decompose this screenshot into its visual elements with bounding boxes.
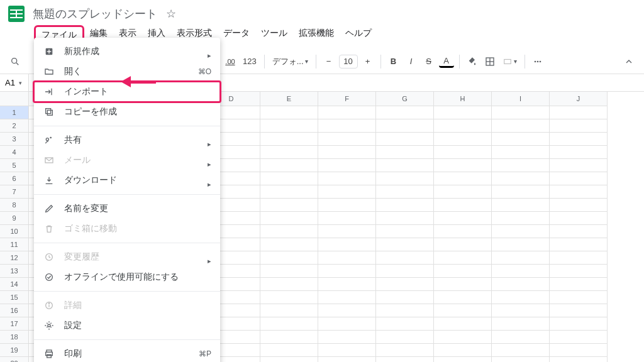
row-header[interactable]: 18 xyxy=(0,331,29,344)
row-header[interactable]: 20 xyxy=(0,357,29,362)
cell[interactable] xyxy=(376,172,434,185)
cell[interactable] xyxy=(318,159,376,172)
cell[interactable] xyxy=(318,119,376,133)
cell[interactable] xyxy=(492,119,550,133)
row-header[interactable]: 13 xyxy=(0,265,29,278)
cell[interactable] xyxy=(260,304,318,317)
cell[interactable] xyxy=(318,304,376,317)
cell[interactable] xyxy=(260,278,318,291)
cell[interactable] xyxy=(550,238,608,251)
cell[interactable] xyxy=(550,344,608,357)
cell[interactable] xyxy=(260,119,318,133)
cell[interactable] xyxy=(434,238,492,251)
cell[interactable] xyxy=(434,265,492,278)
cell[interactable] xyxy=(492,172,550,185)
cell[interactable] xyxy=(492,238,550,251)
row-header[interactable]: 8 xyxy=(0,199,29,212)
cell[interactable] xyxy=(376,238,434,251)
cell[interactable] xyxy=(492,146,550,159)
cell[interactable] xyxy=(492,265,550,278)
cell[interactable] xyxy=(434,119,492,133)
cell[interactable] xyxy=(318,344,376,357)
cell[interactable] xyxy=(492,106,550,119)
cell[interactable] xyxy=(550,212,608,225)
row-header[interactable]: 19 xyxy=(0,344,29,357)
cell[interactable] xyxy=(492,199,550,212)
cell[interactable] xyxy=(260,172,318,185)
column-header[interactable]: G xyxy=(376,92,434,106)
cell[interactable] xyxy=(434,278,492,291)
menu-item-share[interactable]: 共有 xyxy=(34,130,220,150)
collapse-button[interactable] xyxy=(621,53,636,70)
text-color-button[interactable]: A xyxy=(439,55,454,68)
cell[interactable] xyxy=(550,185,608,199)
cell[interactable] xyxy=(434,106,492,119)
cell[interactable] xyxy=(376,225,434,238)
cell[interactable] xyxy=(434,251,492,265)
cell[interactable] xyxy=(550,278,608,291)
cell[interactable] xyxy=(318,185,376,199)
cell[interactable] xyxy=(550,159,608,172)
cell[interactable] xyxy=(492,212,550,225)
font-size-plus[interactable]: + xyxy=(360,53,375,70)
cell[interactable] xyxy=(318,331,376,344)
search-icon[interactable] xyxy=(8,53,23,70)
cell[interactable] xyxy=(492,185,550,199)
cell[interactable] xyxy=(550,265,608,278)
cell[interactable] xyxy=(550,172,608,185)
cell[interactable] xyxy=(376,344,434,357)
cell[interactable] xyxy=(260,133,318,146)
cell[interactable] xyxy=(318,225,376,238)
font-size-input[interactable]: 10 xyxy=(339,55,358,69)
row-header[interactable]: 14 xyxy=(0,278,29,291)
fill-color-button[interactable] xyxy=(465,53,480,70)
cell[interactable] xyxy=(260,185,318,199)
cell[interactable] xyxy=(434,291,492,304)
cell[interactable] xyxy=(376,146,434,159)
more-button[interactable] xyxy=(530,53,545,70)
column-header[interactable]: E xyxy=(260,92,318,106)
cell[interactable] xyxy=(318,317,376,331)
cell[interactable] xyxy=(318,251,376,265)
row-header[interactable]: 6 xyxy=(0,172,29,185)
cell[interactable] xyxy=(318,146,376,159)
cell[interactable] xyxy=(260,212,318,225)
menu-data[interactable]: データ xyxy=(218,25,255,45)
cell[interactable] xyxy=(434,212,492,225)
cell[interactable] xyxy=(434,225,492,238)
cell[interactable] xyxy=(492,278,550,291)
cell[interactable] xyxy=(550,357,608,362)
cell[interactable] xyxy=(434,331,492,344)
row-header[interactable]: 5 xyxy=(0,159,29,172)
cell[interactable] xyxy=(550,146,608,159)
cell[interactable] xyxy=(318,212,376,225)
cell[interactable] xyxy=(376,278,434,291)
cell[interactable] xyxy=(434,304,492,317)
cell[interactable] xyxy=(376,106,434,119)
cell[interactable] xyxy=(376,199,434,212)
cell[interactable] xyxy=(492,344,550,357)
cell[interactable] xyxy=(318,172,376,185)
document-title[interactable]: 無題のスプレッドシート xyxy=(33,6,157,21)
cell[interactable] xyxy=(260,251,318,265)
cell[interactable] xyxy=(260,146,318,159)
cell[interactable] xyxy=(260,344,318,357)
column-header[interactable]: H xyxy=(434,92,492,106)
menu-help[interactable]: ヘルプ xyxy=(340,25,377,45)
sheets-logo[interactable] xyxy=(6,4,26,24)
column-header[interactable]: F xyxy=(318,92,376,106)
cell[interactable] xyxy=(434,357,492,362)
cell[interactable] xyxy=(318,238,376,251)
row-header[interactable]: 7 xyxy=(0,185,29,199)
menu-item-offline[interactable]: オフラインで使用可能にする xyxy=(34,267,220,287)
cell[interactable] xyxy=(376,212,434,225)
cell[interactable] xyxy=(376,291,434,304)
cell[interactable] xyxy=(434,317,492,331)
cell[interactable] xyxy=(434,185,492,199)
cell[interactable] xyxy=(260,265,318,278)
cell[interactable] xyxy=(260,317,318,331)
cell[interactable] xyxy=(260,238,318,251)
cell[interactable] xyxy=(434,172,492,185)
cell[interactable] xyxy=(550,199,608,212)
row-header[interactable]: 16 xyxy=(0,304,29,317)
